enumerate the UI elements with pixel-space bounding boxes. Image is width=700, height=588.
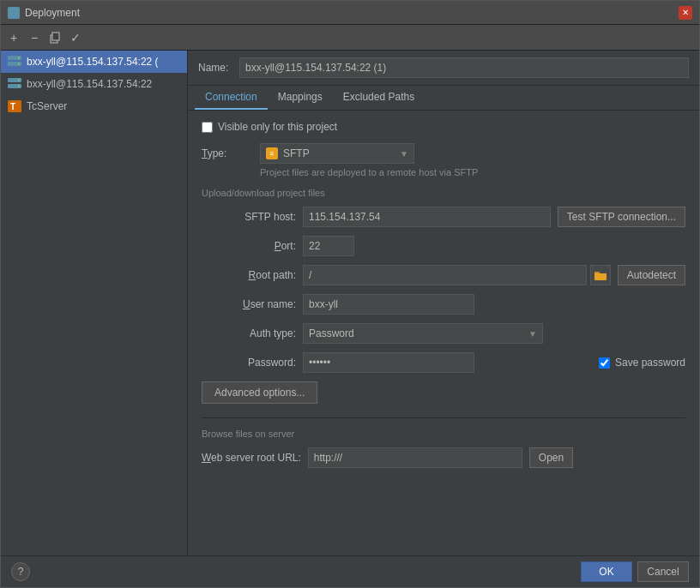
sidebar-item-bxx-yll[interactable]: bxx-yll@115.154.137.54:22 xyxy=(1,73,187,95)
sidebar-item-tcserver[interactable]: T TcServer xyxy=(1,95,187,117)
type-hint: Project files are deployed to a remote h… xyxy=(260,167,685,177)
sidebar-item-label-3: TcServer xyxy=(27,100,67,112)
dropdown-arrow-icon: ▼ xyxy=(400,149,408,159)
server-icon-2 xyxy=(8,77,21,91)
tab-content-connection: Visible only for this project Type: ≡ SF… xyxy=(188,111,699,555)
sftp-host-input[interactable] xyxy=(303,207,551,227)
auth-dropdown-arrow-icon: ▼ xyxy=(528,329,537,339)
server-icon xyxy=(8,55,21,69)
browse-section-title: Browse files on server xyxy=(202,429,685,439)
main-area: bxx-yll@115.154.137.54:22 ( bxx-yll@115.… xyxy=(1,51,699,555)
tab-connection[interactable]: Connection xyxy=(195,86,268,110)
remove-button[interactable]: − xyxy=(25,28,44,47)
confirm-button[interactable]: ✓ xyxy=(66,28,85,47)
svg-text:T: T xyxy=(10,102,15,111)
advanced-options-row: Advanced options... xyxy=(202,381,685,404)
bottom-bar: ? OK Cancel xyxy=(1,555,699,587)
visible-only-row: Visible only for this project xyxy=(202,121,685,133)
visible-only-checkbox[interactable] xyxy=(202,122,213,133)
root-path-label: Root path: xyxy=(202,269,296,281)
help-button[interactable]: ? xyxy=(11,562,30,581)
autodetect-button[interactable]: Autodetect xyxy=(618,265,685,285)
svg-rect-1 xyxy=(9,15,19,18)
type-dropdown-text: SFTP xyxy=(283,147,395,159)
svg-point-6 xyxy=(18,57,20,59)
svg-rect-3 xyxy=(52,33,59,40)
sidebar-item-bxx-yll-selected[interactable]: bxx-yll@115.154.137.54:22 ( xyxy=(1,51,187,73)
port-row: Port: xyxy=(202,236,685,256)
root-path-input[interactable] xyxy=(303,265,587,285)
window-icon xyxy=(8,7,20,19)
sidebar: bxx-yll@115.154.137.54:22 ( bxx-yll@115.… xyxy=(1,51,188,555)
cancel-button[interactable]: Cancel xyxy=(637,561,689,582)
type-label: Type: xyxy=(202,147,253,159)
web-server-url-label: Web server root URL: xyxy=(202,452,301,464)
add-button[interactable]: + xyxy=(4,28,23,47)
svg-rect-0 xyxy=(9,8,19,15)
close-button[interactable]: ✕ xyxy=(679,6,692,20)
copy-button[interactable] xyxy=(45,28,64,47)
type-dropdown[interactable]: ≡ SFTP ▼ xyxy=(260,143,414,164)
tabs: Connection Mappings Excluded Paths xyxy=(188,86,699,111)
svg-point-10 xyxy=(18,80,20,81)
open-button[interactable]: Open xyxy=(529,447,573,468)
deployment-window: Deployment ✕ + − ✓ xyxy=(0,0,700,588)
password-row: Password: Save password xyxy=(202,352,685,373)
sidebar-item-label-2: bxx-yll@115.154.137.54:22 xyxy=(27,78,152,90)
name-label: Name: xyxy=(198,62,232,74)
web-server-url-input[interactable] xyxy=(308,447,522,468)
svg-point-11 xyxy=(18,86,20,87)
password-label: Password: xyxy=(202,357,296,369)
ok-button[interactable]: OK xyxy=(581,561,632,582)
type-row: Type: ≡ SFTP ▼ xyxy=(202,143,685,164)
tc-server-icon: T xyxy=(8,99,21,113)
root-path-row: Root path: Autodetect xyxy=(202,265,685,285)
auth-type-text: Password xyxy=(309,327,523,339)
sftp-icon: ≡ xyxy=(266,147,278,159)
path-row xyxy=(303,265,611,285)
username-label: User name: xyxy=(202,298,296,310)
folder-browse-button[interactable] xyxy=(590,265,611,285)
password-input[interactable] xyxy=(303,352,474,373)
save-password-row: Save password xyxy=(599,357,685,369)
save-password-checkbox[interactable] xyxy=(599,357,610,369)
name-input[interactable] xyxy=(239,57,689,78)
tab-mappings[interactable]: Mappings xyxy=(268,86,333,110)
port-label: Port: xyxy=(202,240,296,252)
window-title: Deployment xyxy=(25,7,673,19)
auth-type-row: Auth type: Password ▼ xyxy=(202,323,685,344)
sidebar-item-label: bxx-yll@115.154.137.54:22 ( xyxy=(27,56,159,68)
port-input[interactable] xyxy=(303,236,354,256)
auth-type-dropdown[interactable]: Password ▼ xyxy=(303,323,543,344)
title-bar: Deployment ✕ xyxy=(1,1,699,25)
name-row: Name: xyxy=(188,51,699,86)
content-area: Name: Connection Mappings Excluded Paths… xyxy=(188,51,699,555)
sftp-host-label: SFTP host: xyxy=(202,211,296,223)
bottom-buttons: OK Cancel xyxy=(581,561,689,582)
toolbar: + − ✓ xyxy=(1,25,699,51)
visible-only-label: Visible only for this project xyxy=(218,121,337,133)
test-connection-button[interactable]: Test SFTP connection... xyxy=(558,207,685,227)
advanced-options-button[interactable]: Advanced options... xyxy=(202,381,317,404)
web-server-url-row: Web server root URL: Open xyxy=(202,447,685,468)
username-input[interactable] xyxy=(303,294,474,315)
tab-excluded-paths[interactable]: Excluded Paths xyxy=(333,86,425,110)
divider xyxy=(202,417,685,418)
svg-point-7 xyxy=(18,63,20,65)
save-password-label: Save password xyxy=(615,357,685,369)
auth-type-label: Auth type: xyxy=(202,327,296,339)
username-row: User name: xyxy=(202,294,685,315)
upload-section-title: Upload/download project files xyxy=(202,188,685,198)
sftp-host-row: SFTP host: Test SFTP connection... xyxy=(202,207,685,227)
